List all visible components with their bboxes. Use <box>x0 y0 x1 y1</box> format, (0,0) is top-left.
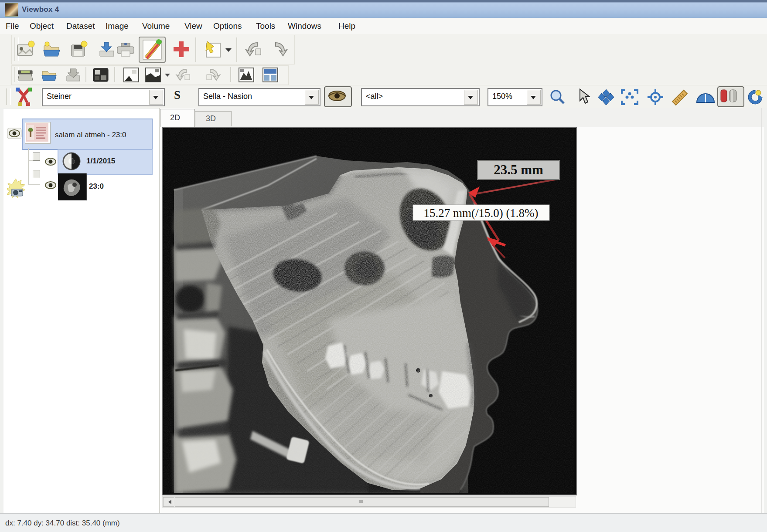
svg-text:23.5 mm: 23.5 mm <box>494 162 543 177</box>
svg-text:15.27 mm(/15.0) (1.8%): 15.27 mm(/15.0) (1.8%) <box>423 207 538 220</box>
